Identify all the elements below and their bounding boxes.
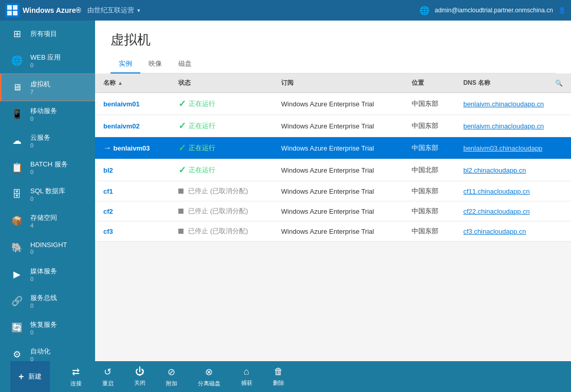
- shutdown-icon: ⏻: [135, 366, 144, 377]
- sidebar-item-web[interactable]: 🌐 WEB 应用 0: [0, 47, 95, 74]
- status-running: ✓ 正在运行: [178, 120, 265, 132]
- cell-name: cf1: [95, 181, 170, 201]
- cell-name: cf2: [95, 201, 170, 221]
- connect-label: 连接: [70, 380, 82, 387]
- cell-location: 中国东部: [403, 181, 455, 201]
- table-row[interactable]: cf1 已停止 (已取消分配) Windows Azure Enterprise…: [95, 181, 571, 201]
- media-icon: ▶: [9, 266, 25, 283]
- sidebar-item-storage[interactable]: 📦 存储空间 4: [0, 208, 95, 234]
- sidebar-label: 服务总线: [30, 293, 57, 303]
- cell-name: bl2: [95, 159, 170, 181]
- sidebar-item-servicebus[interactable]: 🔗 服务总线 0: [0, 288, 95, 314]
- batch-icon: 📋: [9, 159, 25, 176]
- svg-rect-2: [7, 11, 12, 15]
- new-label: 新建: [28, 372, 42, 381]
- search-icon[interactable]: 🔍: [555, 80, 563, 87]
- sidebar-label: 所有项目: [30, 29, 57, 39]
- sidebar-item-recovery[interactable]: 🔄 恢复服务 0: [0, 314, 95, 341]
- table-row[interactable]: cf2 已停止 (已取消分配) Windows Azure Enterprise…: [95, 201, 571, 221]
- sidebar-count: 0: [30, 62, 61, 68]
- sidebar-count: 0: [30, 356, 50, 361]
- user-icon: 👤: [558, 7, 566, 14]
- table-row[interactable]: benlaivm02 ✓ 正在运行 Windows Azure Enterpri…: [95, 115, 571, 137]
- sidebar-item-mobile[interactable]: 📱 移动服务 0: [0, 101, 95, 127]
- cell-subscription: Windows Azure Enterprise Trial: [273, 181, 403, 201]
- new-button[interactable]: + 新建: [10, 361, 50, 392]
- web-icon: 🌐: [9, 52, 25, 69]
- chevron-down-icon[interactable]: ▾: [137, 7, 140, 14]
- cell-dns: cf22.chinacloudapp.cn: [455, 201, 571, 221]
- sidebar-label: SQL 数据库: [30, 186, 65, 196]
- windows-azure-logo: [5, 3, 20, 17]
- delete-icon: 🗑: [274, 366, 283, 377]
- sort-icon[interactable]: ▲: [118, 80, 123, 86]
- delete-label: 删除: [273, 379, 284, 387]
- tab-disk[interactable]: 磁盘: [170, 55, 200, 73]
- detach-label: 分离磁盘: [198, 380, 220, 387]
- capture-button[interactable]: ⌂ 捕获: [231, 363, 263, 390]
- connect-icon: ⇄: [72, 366, 80, 378]
- sidebar-item-media[interactable]: ▶ 媒体服务 0: [0, 261, 95, 288]
- sidebar-count: 0: [30, 329, 57, 335]
- sidebar-item-vm[interactable]: 🖥 虚拟机 7: [0, 74, 95, 101]
- grid-icon: ⊞: [9, 26, 25, 42]
- cell-subscription: Windows Azure Enterprise Trial: [273, 201, 403, 221]
- cell-status: ✓ 正在运行: [170, 93, 273, 115]
- plus-icon: +: [19, 371, 24, 382]
- status-stopped: 已停止 (已取消分配): [178, 207, 265, 216]
- svg-rect-3: [13, 11, 17, 15]
- storage-icon: 📦: [9, 213, 25, 229]
- shutdown-button[interactable]: ⏻ 关闭: [124, 363, 156, 390]
- restart-button[interactable]: ↺ 重启: [92, 363, 124, 390]
- table-row[interactable]: → benlaivm03 ✓ 正在运行 Windows Azure Enterp…: [95, 137, 571, 159]
- cell-location: 中国北部: [403, 159, 455, 181]
- cell-location: 中国东部: [403, 201, 455, 221]
- sidebar-item-hdinsight[interactable]: 🐘 HDINSIGHT 0: [0, 234, 95, 261]
- capture-label: 捕获: [241, 379, 252, 387]
- cell-location: 中国东部: [403, 115, 455, 137]
- cell-dns: cf11.chinacloudapp.cn: [455, 181, 571, 201]
- sidebar-label: 恢复服务: [30, 320, 57, 329]
- table-row[interactable]: cf3 已停止 (已取消分配) Windows Azure Enterprise…: [95, 221, 571, 241]
- svg-rect-1: [13, 5, 17, 10]
- main-layout: ⊞ 所有项目 🌐 WEB 应用 0 🖥 虚拟机 7 📱 移动服务 0 ☁ 云服务…: [0, 21, 571, 361]
- sidebar-item-all[interactable]: ⊞ 所有项目: [0, 21, 95, 47]
- topbar: Windows Azure® 由世纪互联运营 ▾ 🌐 admin@iamclou…: [0, 0, 571, 21]
- cell-dns: cf3.chinacloudapp.cn: [455, 221, 571, 241]
- sidebar-label: BATCH 服务: [30, 160, 68, 169]
- sidebar-count: 7: [30, 89, 50, 95]
- hdinsight-icon: 🐘: [9, 239, 25, 256]
- cell-subscription: Windows Azure Enterprise Trial: [273, 221, 403, 241]
- sidebar-item-auto[interactable]: ⚙ 自动化 0: [0, 341, 95, 361]
- tab-image[interactable]: 映像: [140, 55, 170, 73]
- tab-instance[interactable]: 实例: [110, 55, 140, 73]
- sidebar-label: WEB 应用: [30, 53, 61, 62]
- cell-status: 已停止 (已取消分配): [170, 221, 273, 241]
- restart-label: 重启: [102, 380, 114, 387]
- attach-button[interactable]: ⊘ 附加: [156, 363, 188, 390]
- status-running: ✓ 正在运行: [178, 98, 265, 109]
- detach-icon: ⊗: [205, 366, 213, 378]
- sidebar-label: 移动服务: [30, 106, 57, 116]
- cell-status: ✓ 正在运行: [170, 137, 273, 159]
- sidebar-item-sql[interactable]: 🗄 SQL 数据库 0: [0, 181, 95, 208]
- cell-subscription: Windows Azure Enterprise Trial: [273, 93, 403, 115]
- detach-button[interactable]: ⊗ 分离磁盘: [188, 363, 231, 390]
- status-stopped: 已停止 (已取消分配): [178, 186, 265, 196]
- cell-name: → benlaivm03: [95, 137, 170, 159]
- sidebar-label: 虚拟机: [30, 80, 50, 89]
- connect-button[interactable]: ⇄ 连接: [60, 363, 92, 390]
- capture-icon: ⌂: [244, 366, 249, 377]
- cell-status: 已停止 (已取消分配): [170, 201, 273, 221]
- sidebar-item-cloud[interactable]: ☁ 云服务 0: [0, 127, 95, 154]
- delete-button[interactable]: 🗑 删除: [263, 363, 294, 390]
- svg-rect-0: [7, 5, 12, 10]
- topbar-user: admin@iamcloudtrial.partner.onmschina.cn: [435, 7, 553, 14]
- table-row[interactable]: benlaivm01 ✓ 正在运行 Windows Azure Enterpri…: [95, 93, 571, 115]
- cell-name: benlaivm02: [95, 115, 170, 137]
- cloud-icon: ☁: [9, 133, 25, 149]
- topbar-org: 由世纪互联运营: [87, 6, 134, 15]
- sidebar-label: 自动化: [30, 347, 50, 356]
- sidebar-item-batch[interactable]: 📋 BATCH 服务 0: [0, 154, 95, 181]
- table-row[interactable]: bl2 ✓ 正在运行 Windows Azure Enterprise Tria…: [95, 159, 571, 181]
